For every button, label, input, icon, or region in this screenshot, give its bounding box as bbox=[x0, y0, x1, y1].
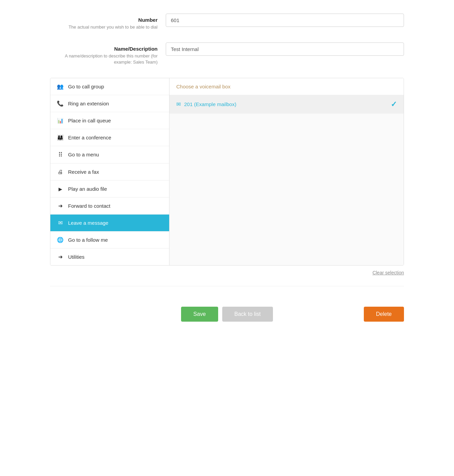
bottom-bar: Save Back to list Delete bbox=[50, 296, 404, 332]
forward-label: Forward to contact bbox=[68, 203, 110, 209]
conference-icon bbox=[56, 134, 64, 141]
right-panel: Choose a voicemail box ✉ 201 (Example ma… bbox=[169, 78, 404, 265]
clear-selection-button[interactable]: Clear selection bbox=[372, 270, 404, 275]
name-desc: A name/description to describe this numb… bbox=[50, 53, 158, 65]
list-item-forward[interactable]: Forward to contact bbox=[50, 198, 169, 215]
utilities-icon bbox=[56, 253, 64, 260]
list-item-followme[interactable]: Go to a follow me bbox=[50, 232, 169, 249]
ring-extension-label: Ring an extension bbox=[68, 101, 109, 106]
list-item-fax[interactable]: Receive a fax bbox=[50, 164, 169, 181]
name-label-col: Name/Description A name/description to d… bbox=[50, 42, 166, 65]
call-queue-icon bbox=[56, 117, 64, 124]
ring-extension-icon bbox=[56, 100, 64, 107]
call-queue-label: Place in call queue bbox=[68, 118, 111, 123]
list-item-audio[interactable]: Play an audio file bbox=[50, 181, 169, 198]
list-item-message[interactable]: Leave a message bbox=[50, 215, 169, 232]
list-item-ring-extension[interactable]: Ring an extension bbox=[50, 95, 169, 112]
name-input-col bbox=[166, 42, 404, 56]
call-group-label: Go to call group bbox=[68, 84, 104, 89]
delete-button[interactable]: Delete bbox=[364, 307, 404, 322]
number-input-col bbox=[166, 14, 404, 27]
divider bbox=[50, 286, 404, 286]
fax-label: Receive a fax bbox=[68, 169, 99, 175]
followme-label: Go to a follow me bbox=[68, 237, 108, 243]
mailbox-item[interactable]: ✉ 201 (Example mailbox) ✓ bbox=[169, 95, 404, 114]
clear-selection-row: Clear selection bbox=[50, 270, 404, 276]
list-item-call-group[interactable]: Go to call group bbox=[50, 78, 169, 95]
menu-icon bbox=[56, 151, 64, 158]
number-input[interactable] bbox=[166, 14, 404, 27]
name-input[interactable] bbox=[166, 42, 404, 56]
mailbox-icon: ✉ bbox=[176, 101, 181, 107]
audio-icon bbox=[56, 185, 64, 192]
list-item-conference[interactable]: Enter a conference bbox=[50, 129, 169, 146]
number-label: Number bbox=[50, 17, 158, 23]
message-icon bbox=[56, 219, 64, 226]
forward-icon bbox=[56, 202, 64, 209]
conference-label: Enter a conference bbox=[68, 135, 111, 140]
list-item-call-queue[interactable]: Place in call queue bbox=[50, 112, 169, 129]
mailbox-label: 201 (Example mailbox) bbox=[184, 101, 391, 107]
right-panel-header: Choose a voicemail box bbox=[169, 78, 404, 95]
list-item-menu[interactable]: Go to a menu bbox=[50, 146, 169, 164]
utilities-label: Utilities bbox=[68, 254, 84, 260]
number-label-col: Number The actual number you wish to be … bbox=[50, 14, 166, 30]
selection-area: Go to call groupRing an extensionPlace i… bbox=[50, 78, 404, 266]
action-list: Go to call groupRing an extensionPlace i… bbox=[50, 78, 169, 265]
audio-label: Play an audio file bbox=[68, 186, 107, 192]
message-label: Leave a message bbox=[68, 220, 108, 226]
name-label: Name/Description bbox=[50, 46, 158, 52]
menu-label: Go to a menu bbox=[68, 152, 99, 157]
number-form-row: Number The actual number you wish to be … bbox=[50, 14, 404, 30]
number-desc: The actual number you wish to be able to… bbox=[50, 24, 158, 30]
name-form-row: Name/Description A name/description to d… bbox=[50, 42, 404, 65]
followme-icon bbox=[56, 236, 64, 243]
back-to-list-button[interactable]: Back to list bbox=[222, 307, 273, 322]
check-icon: ✓ bbox=[391, 100, 397, 109]
call-group-icon bbox=[56, 83, 64, 90]
fax-icon bbox=[56, 168, 64, 175]
list-item-utilities[interactable]: Utilities bbox=[50, 249, 169, 265]
save-button[interactable]: Save bbox=[181, 307, 218, 322]
